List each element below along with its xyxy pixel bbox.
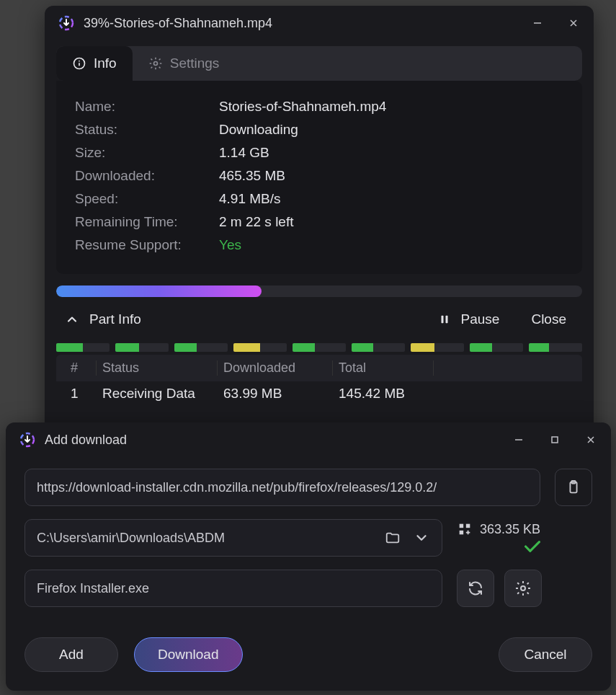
app-icon xyxy=(58,14,75,32)
status-label: Status: xyxy=(75,122,219,138)
progress-bar xyxy=(56,285,582,297)
filename-value: Firefox Installer.exe xyxy=(37,581,149,596)
close-button[interactable] xyxy=(584,433,598,447)
gear-icon xyxy=(148,56,163,71)
resume-value: Yes xyxy=(219,237,241,253)
part-info-toggle[interactable]: Part Info xyxy=(65,311,431,327)
paste-button[interactable] xyxy=(555,469,592,506)
th-blank xyxy=(434,360,573,376)
close-action-button[interactable]: Close xyxy=(524,311,573,327)
downloaded-value: 465.35 MB xyxy=(219,168,285,184)
svg-rect-13 xyxy=(460,524,464,528)
chevron-down-icon xyxy=(414,530,429,546)
path-value: C:\Users\amir\Downloads\ABDM xyxy=(37,531,378,546)
td-status: Receiving Data xyxy=(97,386,218,402)
filename-input[interactable]: Firefox Installer.exe xyxy=(24,570,442,607)
add-label: Add xyxy=(59,647,84,663)
parts-table: # Status Downloaded Total 1 Receiving Da… xyxy=(56,355,582,406)
svg-rect-7 xyxy=(445,316,447,324)
titlebar[interactable]: 39%-Stories-of-Shahnameh.mp4 xyxy=(45,6,594,40)
size-value: 1.14 GB xyxy=(219,145,269,161)
pause-icon xyxy=(438,313,451,326)
folder-icon xyxy=(385,530,401,546)
segment xyxy=(411,343,464,352)
cancel-label: Cancel xyxy=(524,647,566,663)
svg-point-5 xyxy=(153,62,157,66)
download-button[interactable]: Download xyxy=(134,637,243,672)
file-size-value: 363.35 KB xyxy=(480,522,540,537)
segment xyxy=(115,343,169,352)
tab-settings[interactable]: Settings xyxy=(133,46,236,81)
tabs: Info Settings xyxy=(56,46,582,81)
td-total: 145.42 MB xyxy=(333,386,434,402)
th-total: Total xyxy=(333,360,434,376)
name-label: Name: xyxy=(75,99,219,115)
progress-fill xyxy=(56,285,262,297)
cancel-button[interactable]: Cancel xyxy=(499,637,592,672)
resume-label: Resume Support: xyxy=(75,237,219,253)
svg-rect-6 xyxy=(441,316,443,324)
pause-button[interactable]: Pause xyxy=(431,311,507,327)
segments-bar xyxy=(56,343,582,352)
name-value: Stories-of-Shahnameh.mp4 xyxy=(219,99,386,115)
speed-value: 4.91 MB/s xyxy=(219,191,281,207)
pause-label: Pause xyxy=(461,311,500,327)
minimize-button[interactable] xyxy=(530,16,545,30)
td-downloaded: 63.99 MB xyxy=(218,386,333,402)
segment xyxy=(352,343,405,352)
remaining-label: Remaining Time: xyxy=(75,214,219,230)
download-progress-window: 39%-Stories-of-Shahnameh.mp4 Info Settin… xyxy=(45,6,594,447)
segment xyxy=(56,343,110,352)
info-icon xyxy=(72,56,86,71)
table-header: # Status Downloaded Total xyxy=(56,355,582,381)
th-downloaded: Downloaded xyxy=(218,360,333,376)
url-input[interactable]: https://download-installer.cdn.mozilla.n… xyxy=(24,469,540,506)
size-label: Size: xyxy=(75,145,219,161)
check-icon xyxy=(525,539,540,554)
refresh-button[interactable] xyxy=(457,570,494,607)
remaining-value: 2 m 22 s left xyxy=(219,214,294,230)
speed-label: Speed: xyxy=(75,191,219,207)
browse-folder-button[interactable] xyxy=(378,523,407,552)
chevron-up-icon xyxy=(65,312,79,327)
path-dropdown-button[interactable] xyxy=(407,523,436,552)
settings-button[interactable] xyxy=(504,570,542,607)
tab-info[interactable]: Info xyxy=(56,46,133,81)
svg-point-16 xyxy=(521,586,525,590)
segment xyxy=(470,343,523,352)
minimize-button[interactable] xyxy=(512,433,526,447)
close-label: Close xyxy=(531,311,566,327)
refresh-icon xyxy=(467,580,484,597)
segment xyxy=(293,343,346,352)
tab-info-label: Info xyxy=(94,56,117,71)
path-input[interactable]: C:\Users\amir\Downloads\ABDM xyxy=(24,519,442,557)
tab-settings-label: Settings xyxy=(170,56,220,71)
td-number: 1 xyxy=(65,386,97,402)
url-value: https://download-installer.cdn.mozilla.n… xyxy=(37,480,437,495)
th-number: # xyxy=(65,360,97,376)
segment xyxy=(529,343,582,352)
maximize-button[interactable] xyxy=(548,433,562,447)
status-value: Downloading xyxy=(219,122,298,138)
window-title: Add download xyxy=(45,433,512,448)
close-button[interactable] xyxy=(566,16,581,30)
downloaded-label: Downloaded: xyxy=(75,168,219,184)
titlebar[interactable]: Add download xyxy=(6,422,611,457)
th-status: Status xyxy=(97,360,218,376)
svg-rect-10 xyxy=(552,437,558,443)
segment xyxy=(233,343,287,352)
app-icon xyxy=(19,431,36,448)
download-label: Download xyxy=(158,647,219,663)
gear-icon xyxy=(514,580,532,597)
table-row[interactable]: 1 Receiving Data 63.99 MB 145.42 MB xyxy=(56,381,582,406)
info-panel: Name:Stories-of-Shahnameh.mp4 Status:Dow… xyxy=(56,81,582,274)
window-title: 39%-Stories-of-Shahnameh.mp4 xyxy=(84,16,530,31)
svg-rect-14 xyxy=(466,524,470,528)
add-button[interactable]: Add xyxy=(24,637,118,672)
add-download-window: Add download https://download-installer.… xyxy=(6,422,611,691)
clipboard-icon xyxy=(566,479,581,495)
part-info-label: Part Info xyxy=(89,311,141,327)
grid-icon xyxy=(457,521,473,537)
svg-rect-15 xyxy=(460,531,464,535)
svg-point-4 xyxy=(79,61,80,62)
